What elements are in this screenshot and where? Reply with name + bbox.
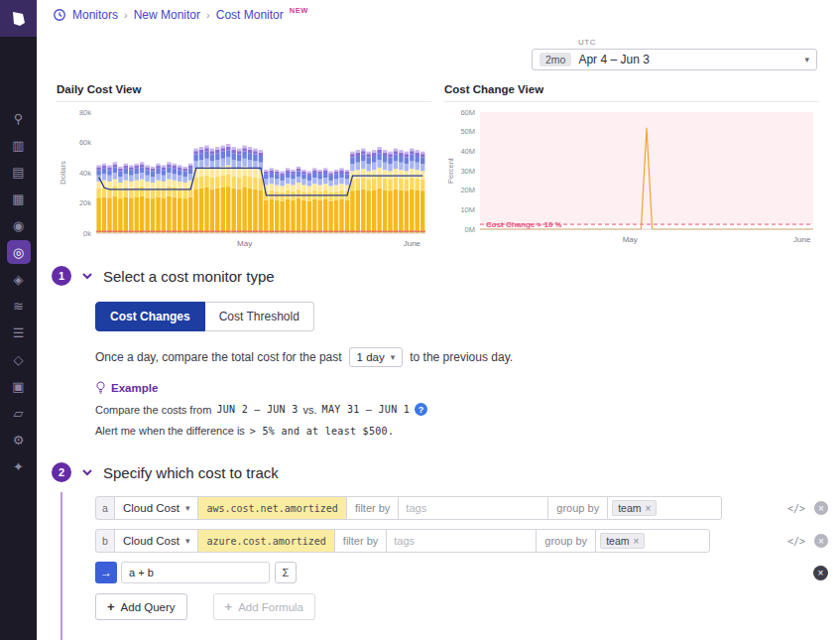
data-source-select[interactable]: Cloud Cost ▾ xyxy=(114,529,198,553)
group-by-input[interactable] xyxy=(649,530,678,552)
compare-sentence: Once a day, compare the total cost for t… xyxy=(95,347,828,367)
svg-text:May: May xyxy=(237,239,252,248)
cost-change-chart-plot: 0M10M20M30M40M50M60MPercentCost Change >… xyxy=(444,102,819,259)
svg-text:40k: 40k xyxy=(79,169,91,178)
monitor-type-toggle: Cost Changes Cost Threshold xyxy=(95,302,314,331)
section-1-header: 1 Select a cost monitor type xyxy=(52,266,828,286)
filter-by-label: filter by xyxy=(346,496,399,520)
section-2-number: 2 xyxy=(52,462,71,482)
sidebar-icons: ⚲▥▤▦◉◎◈≋☰◇▣▱⚙✦ xyxy=(0,106,37,481)
add-query-button[interactable]: + Add Query xyxy=(95,593,187,620)
svg-text:40M: 40M xyxy=(460,147,475,156)
query-actions: + Add Query + Add Formula xyxy=(95,593,828,620)
section-2-title: Specify which cost to track xyxy=(103,464,279,481)
svg-text:50M: 50M xyxy=(460,127,475,136)
lightbulb-icon xyxy=(95,381,106,394)
datadog-logo[interactable] xyxy=(0,0,37,37)
formula-row: → Σ × xyxy=(95,562,828,583)
remove-query-icon[interactable]: × xyxy=(814,501,828,515)
breadcrumb-new-monitor[interactable]: New Monitor xyxy=(134,8,200,22)
metric-name[interactable]: azure.cost.amortized xyxy=(197,529,334,553)
apm-icon[interactable]: ◈ xyxy=(7,267,31,291)
section-1-number: 1 xyxy=(52,266,71,286)
settings-icon[interactable]: ⚙ xyxy=(7,428,31,451)
host-map-icon[interactable]: ▤ xyxy=(7,160,31,184)
add-formula-button[interactable]: + Add Formula xyxy=(213,593,315,620)
filter-input-wrap xyxy=(398,496,548,520)
svg-text:June: June xyxy=(404,239,421,248)
integrations-icon[interactable]: ✦ xyxy=(7,454,31,478)
breadcrumb-cost-monitor[interactable]: Cost Monitor xyxy=(216,8,284,22)
period-select-value: 1 day xyxy=(357,351,385,363)
search-icon[interactable]: ⚲ xyxy=(7,106,31,130)
time-range-value: Apr 4 – Jun 3 xyxy=(578,53,649,66)
formula-arrow-icon[interactable]: → xyxy=(95,562,117,583)
remove-tag-icon[interactable]: × xyxy=(633,536,639,547)
breadcrumb-monitors[interactable]: Monitors xyxy=(72,8,118,22)
collapse-chevron-icon[interactable] xyxy=(80,269,94,283)
daily-cost-chart-plot: 0k20k40k60k80kDollarsMayJune xyxy=(57,102,431,259)
svg-text:30M: 30M xyxy=(460,167,475,176)
filter-tags-input[interactable] xyxy=(399,497,547,519)
infrastructure-icon[interactable]: ▥ xyxy=(7,133,31,157)
sidebar: ⚲▥▤▦◉◎◈≋☰◇▣▱⚙✦ xyxy=(0,0,37,640)
chevron-down-icon: ▾ xyxy=(185,503,190,513)
help-icon[interactable]: ? xyxy=(415,403,427,416)
cost-threshold-button[interactable]: Cost Threshold xyxy=(205,302,314,331)
period-select[interactable]: 1 day ▾ xyxy=(349,347,404,367)
time-range-chip[interactable]: 2mo xyxy=(540,53,571,66)
code-view-icon[interactable]: </> xyxy=(787,503,805,514)
query-letter-badge: b xyxy=(95,529,115,553)
remove-tag-icon[interactable]: × xyxy=(646,503,652,514)
filter-by-label: filter by xyxy=(334,529,387,553)
utc-label: UTC xyxy=(578,38,596,47)
section-monitor-type: 1 Select a cost monitor type Cost Change… xyxy=(52,266,828,437)
group-tag[interactable]: team × xyxy=(612,500,657,516)
remove-query-icon[interactable]: × xyxy=(814,534,828,548)
alert-before: Alert me when the difference is xyxy=(95,425,245,437)
code-view-icon[interactable]: </> xyxy=(787,536,805,547)
chevron-down-icon: ▾ xyxy=(185,536,190,546)
metrics-icon[interactable]: ▦ xyxy=(7,187,31,210)
group-by-input[interactable] xyxy=(660,497,690,519)
group-tag-label: team xyxy=(606,535,629,547)
svg-text:20M: 20M xyxy=(460,186,475,194)
add-query-label: Add Query xyxy=(121,601,176,613)
compare-range-1: JUN 2 – JUN 3 xyxy=(216,404,298,415)
new-badge: NEW xyxy=(290,6,308,15)
security-icon[interactable]: ◇ xyxy=(7,347,31,371)
compare-range-2: MAY 31 – JUN 1 xyxy=(322,404,411,415)
svg-text:20k: 20k xyxy=(79,198,91,207)
monitors-icon[interactable]: ◎ xyxy=(7,240,31,264)
svg-text:60M: 60M xyxy=(460,108,475,117)
query-row-b: b Cloud Cost ▾ azure.cost.amortized filt… xyxy=(95,529,828,553)
monitors-breadcrumb-icon xyxy=(53,8,66,22)
sentence-before: Once a day, compare the total cost for t… xyxy=(95,350,342,364)
network-icon[interactable]: ≋ xyxy=(7,294,31,318)
add-formula-label: Add Formula xyxy=(238,601,303,613)
sigma-function-button[interactable]: Σ xyxy=(275,562,297,583)
logs-icon[interactable]: ☰ xyxy=(7,320,31,344)
breadcrumb-separator: › xyxy=(206,9,210,21)
daily-cost-chart: Daily Cost View 0k20k40k60k80kDollarsMay… xyxy=(57,83,431,259)
formula-input[interactable] xyxy=(121,562,270,583)
dashboards-icon[interactable]: ▣ xyxy=(7,374,31,398)
cost-changes-button[interactable]: Cost Changes xyxy=(95,302,205,331)
filter-tags-input[interactable] xyxy=(387,530,536,552)
notebooks-icon[interactable]: ▱ xyxy=(7,401,31,425)
time-range-picker[interactable]: UTC 2mo Apr 4 – Jun 3 ▾ xyxy=(532,49,817,70)
svg-text:10M: 10M xyxy=(460,205,475,214)
filter-input-wrap xyxy=(386,529,537,553)
watchdog-icon[interactable]: ◉ xyxy=(7,213,31,237)
collapse-chevron-icon[interactable] xyxy=(80,465,94,479)
data-source-value: Cloud Cost xyxy=(123,502,180,514)
group-input-wrap: team × xyxy=(607,496,722,520)
cost-change-chart-title: Cost Change View xyxy=(444,83,819,102)
metric-name[interactable]: aws.cost.net.amortized xyxy=(197,496,346,520)
svg-text:Percent: Percent xyxy=(446,157,455,184)
svg-text:80k: 80k xyxy=(79,108,91,117)
remove-formula-icon[interactable]: × xyxy=(813,566,828,580)
data-source-select[interactable]: Cloud Cost ▾ xyxy=(114,496,198,520)
group-tag[interactable]: team × xyxy=(600,533,645,549)
svg-text:Dollars: Dollars xyxy=(59,161,67,185)
